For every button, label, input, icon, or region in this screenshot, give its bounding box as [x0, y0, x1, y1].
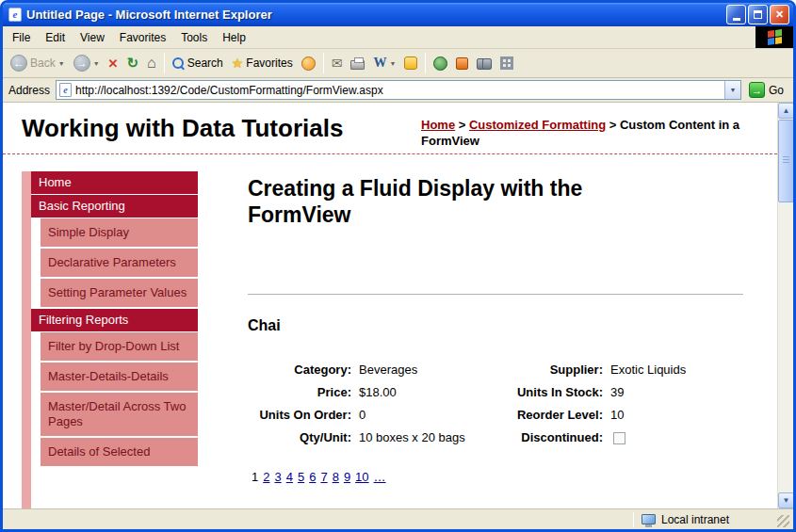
home-button[interactable]: ⌂	[143, 53, 160, 73]
stop-button[interactable]: ✕	[105, 55, 122, 73]
field-value-supplier: Exotic Liquids	[608, 363, 743, 377]
search-label: Search	[187, 56, 223, 70]
scroll-up-button[interactable]: ▲	[778, 103, 793, 119]
menu-edit[interactable]: Edit	[38, 27, 73, 48]
status-message-area	[7, 512, 628, 527]
address-bar: Address e ▼ → Go	[3, 78, 793, 103]
back-button[interactable]: ← Back ▼	[7, 53, 69, 73]
menu-file[interactable]: File	[5, 27, 38, 48]
menu-tools[interactable]: Tools	[173, 27, 215, 48]
scrollbar-thumb[interactable]	[778, 120, 793, 202]
field-label-discontinued: Discontinued:	[504, 430, 608, 444]
page-link-4[interactable]: 4	[286, 470, 293, 484]
media-icon	[301, 56, 316, 71]
address-input[interactable]	[75, 82, 740, 98]
sidebar-item-master-detail-across-two-pages[interactable]: Master/Detail Across Two Pages	[41, 393, 198, 436]
menu-help[interactable]: Help	[215, 27, 253, 48]
quick-grid-button[interactable]	[496, 55, 517, 72]
forward-button[interactable]: → ▼	[70, 53, 104, 73]
window-title: Untitled Page - Microsoft Internet Explo…	[26, 8, 722, 22]
status-divider	[633, 512, 634, 527]
forward-dropdown-icon: ▼	[93, 60, 100, 67]
page-header: Working with Data Tutorials Home > Custo…	[3, 103, 777, 154]
page-content: Working with Data Tutorials Home > Custo…	[3, 103, 793, 508]
formview-fields: Category: Beverages Supplier: Exotic Liq…	[248, 363, 743, 444]
sidebar-item-filter-by-dropdown-list[interactable]: Filter by Drop-Down List	[41, 332, 198, 361]
toolbar: ← Back ▼ → ▼ ✕ ↻ ⌂ Search ★ Favorites	[3, 49, 793, 78]
field-value-category: Beverages	[356, 363, 504, 377]
page-link-3[interactable]: 3	[274, 470, 281, 484]
breadcrumb-home-link[interactable]: Home	[421, 118, 455, 132]
sidebar-item-filtering-reports[interactable]: Filtering Reports	[31, 309, 198, 331]
page-link-2[interactable]: 2	[263, 470, 269, 484]
sidebar-item-basic-reporting[interactable]: Basic Reporting	[31, 195, 198, 218]
maximize-button[interactable]	[748, 5, 768, 24]
print-button[interactable]	[347, 56, 368, 72]
field-value-price: $18.00	[356, 385, 504, 399]
site-title: Working with Data Tutorials	[22, 114, 343, 145]
breadcrumb: Home > Customized Formatting > Custom Co…	[421, 114, 758, 145]
favorites-button[interactable]: ★ Favorites	[228, 54, 297, 73]
field-label-category: Category:	[248, 363, 356, 377]
windows-flag-icon	[768, 29, 782, 45]
search-icon	[172, 57, 185, 70]
mail-button[interactable]: ✉	[328, 54, 347, 73]
research-button[interactable]	[473, 56, 495, 71]
edit-with-word-button[interactable]: W ▼	[369, 54, 399, 73]
page-link-8[interactable]: 8	[333, 470, 339, 484]
horizontal-rule	[248, 294, 743, 295]
vertical-scrollbar[interactable]: ▲ ▼	[777, 103, 793, 508]
go-arrow-icon: →	[749, 82, 765, 98]
discontinued-checkbox[interactable]	[613, 432, 625, 444]
favorites-label: Favorites	[246, 56, 292, 70]
favorites-star-icon: ★	[232, 56, 244, 71]
messenger-icon	[404, 56, 417, 70]
refresh-icon: ↻	[126, 55, 138, 72]
back-label: Back	[30, 56, 56, 70]
minimize-button[interactable]	[726, 5, 746, 24]
page-title: Creating a Fluid Display with the FormVi…	[248, 175, 690, 228]
address-dropdown-button[interactable]: ▼	[724, 81, 740, 99]
sidebar-item-declarative-parameters[interactable]: Declarative Parameters	[41, 249, 198, 277]
sidebar-nav: Home Basic Reporting Simple Display Decl…	[22, 171, 198, 508]
address-label: Address	[7, 84, 50, 97]
menu-bar: File Edit View Favorites Tools Help	[3, 26, 793, 49]
throbber	[755, 26, 793, 48]
word-icon: W	[373, 56, 386, 71]
menu-favorites[interactable]: Favorites	[112, 27, 173, 48]
search-button[interactable]: Search	[169, 55, 227, 72]
refresh-button[interactable]: ↻	[122, 53, 142, 73]
status-bar: Local intranet	[3, 508, 793, 529]
resize-grip[interactable]	[777, 515, 789, 527]
grid-icon	[500, 56, 513, 70]
minimize-icon	[733, 18, 740, 21]
page-link-ellipsis[interactable]: …	[374, 470, 386, 484]
menu-view[interactable]: View	[73, 27, 112, 48]
sidebar-item-simple-display[interactable]: Simple Display	[41, 218, 198, 247]
field-value-discontinued	[608, 430, 743, 444]
page-link-6[interactable]: 6	[309, 470, 316, 484]
forward-icon: →	[73, 55, 90, 72]
close-button[interactable]: ✕	[770, 5, 789, 24]
page-link-9[interactable]: 9	[344, 470, 350, 484]
field-label-price: Price:	[248, 385, 356, 399]
page-link-10[interactable]: 10	[355, 470, 368, 484]
print-icon	[350, 60, 365, 70]
stop-icon: ✕	[108, 56, 119, 71]
media-button[interactable]	[298, 55, 319, 73]
go-button[interactable]: → Go	[747, 81, 789, 99]
page-current: 1	[252, 470, 258, 484]
sidebar-item-master-details-details[interactable]: Master-Details-Details	[41, 363, 198, 391]
sidebar-item-setting-parameter-values[interactable]: Setting Parameter Values	[41, 279, 198, 307]
page-link-5[interactable]: 5	[298, 470, 304, 484]
scroll-down-button[interactable]: ▼	[778, 492, 793, 508]
sidebar-item-home[interactable]: Home	[31, 171, 198, 194]
toolbar-separator	[323, 53, 324, 73]
sidebar-item-details-of-selected[interactable]: Details of Selected	[41, 438, 198, 466]
field-value-units-on-order: 0	[356, 408, 504, 422]
page-link-7[interactable]: 7	[320, 470, 327, 484]
addon-button-1[interactable]	[430, 55, 451, 73]
messenger-button[interactable]	[400, 55, 421, 72]
addon-button-2[interactable]	[452, 56, 472, 72]
breadcrumb-customized-formatting-link[interactable]: Customized Formatting	[469, 118, 606, 132]
